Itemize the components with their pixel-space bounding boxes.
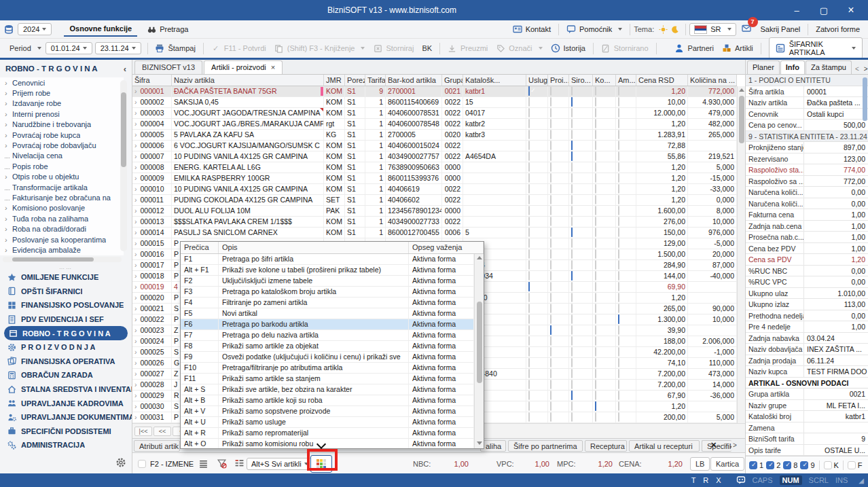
cell-grupa[interactable]: 0021	[442, 86, 463, 96]
checkbox-siro[interactable]	[571, 184, 573, 194]
cell-cena[interactable]: 1,20	[636, 184, 688, 194]
expand-chevron-icon[interactable]: ›	[5, 246, 12, 254]
checkbox-siro[interactable]	[571, 401, 573, 411]
maximize-button[interactable]: ▢	[811, 2, 837, 18]
cell-siro[interactable]	[569, 304, 593, 314]
cell-ko[interactable]	[593, 141, 616, 151]
cell-tarifa[interactable]: 1	[365, 97, 386, 107]
popup-column-precica[interactable]: Prečica	[181, 242, 219, 253]
potvrdi-button[interactable]: ✓F11 - Potvrdi	[207, 41, 270, 55]
cell-kolicina[interactable]: -15,000	[688, 173, 737, 183]
cell-cena[interactable]: 69,90	[636, 282, 688, 292]
list-settings-icon[interactable]	[234, 453, 245, 474]
cell-sifra[interactable]: ›000028	[132, 380, 172, 390]
cell-cena[interactable]: 1.283,91	[636, 130, 688, 140]
info-row[interactable]: Prosečna nab.c...1,00	[746, 232, 868, 243]
checkbox-2[interactable]	[766, 461, 774, 469]
cell-usluga[interactable]	[526, 173, 548, 183]
cell-kolicina[interactable]: -33,000	[688, 184, 737, 194]
cell-naziv[interactable]: 10 PUDING VANILA 4X125 GR CAMPINA	[172, 184, 324, 194]
shortcut-row[interactable]: F6Pretraga po barkodu artiklaAktivna for…	[181, 319, 474, 330]
cell-am[interactable]	[616, 282, 636, 292]
preuzmi-button[interactable]: Preuzmi	[444, 41, 492, 55]
checkbox-usluga[interactable]	[528, 141, 530, 150]
cell-sifra[interactable]: ›000005	[132, 130, 172, 140]
cell-am[interactable]	[616, 380, 636, 390]
checkbox-am[interactable]	[618, 336, 619, 346]
checkbox-usluga[interactable]	[528, 130, 530, 139]
cell-usluga[interactable]	[526, 86, 548, 96]
checkbox-am[interactable]	[618, 141, 619, 150]
cell-barkod[interactable]: 2700001	[386, 86, 442, 96]
cell-sifra[interactable]: ›000013	[132, 217, 172, 227]
row-expand-icon[interactable]: ›	[134, 272, 137, 280]
cell-ko[interactable]	[593, 358, 616, 368]
close-button[interactable]: ×	[838, 2, 864, 18]
expand-chevron-icon[interactable]: ›	[5, 225, 12, 233]
shortcut-row[interactable]: F1Pretraga po šifri artiklaAktivna forma	[181, 254, 474, 265]
row-expand-icon[interactable]: ›	[134, 369, 137, 378]
cell-kolicina[interactable]: -36,000	[688, 391, 737, 401]
cell-ko[interactable]	[593, 97, 616, 107]
tree-scrollbar-vertical[interactable]	[120, 80, 127, 251]
row-expand-icon[interactable]: ›	[134, 402, 137, 410]
cell-siro[interactable]	[569, 347, 593, 357]
cell-usluga[interactable]	[526, 238, 548, 249]
f2-izmene-toggle[interactable]: F2 - IZMENE	[138, 453, 194, 474]
cell-porez[interactable]: S1	[345, 108, 365, 118]
cell-cena[interactable]: 1.600,00	[636, 206, 688, 216]
cell-porez[interactable]: S1	[345, 162, 365, 173]
checkbox-siro[interactable]	[571, 391, 573, 400]
cell-cena[interactable]: 1.300,00	[636, 314, 688, 325]
cell-proi[interactable]	[548, 282, 569, 292]
cell-tarifa[interactable]: 1	[365, 162, 386, 173]
sidebar-item-cenovnici[interactable]: ›Cenovnici	[0, 77, 124, 88]
checkbox-am[interactable]	[618, 412, 619, 422]
nav-prev-page-button[interactable]: <<	[153, 427, 171, 436]
cell-kolicina[interactable]: 976,000	[688, 228, 737, 238]
cell-am[interactable]	[616, 228, 636, 238]
cell-usluga[interactable]	[526, 282, 548, 292]
expand-chevron-icon[interactable]: ›	[5, 236, 12, 244]
cell-am[interactable]	[616, 195, 636, 205]
cell-am[interactable]	[616, 358, 636, 368]
cell-am[interactable]	[616, 108, 636, 118]
checkbox-siro[interactable]	[571, 238, 573, 248]
checkbox-usluga[interactable]	[528, 260, 530, 270]
cell-cena[interactable]: 1.500,00	[636, 249, 688, 259]
cell-am[interactable]	[616, 325, 636, 336]
checkbox-usluga[interactable]	[528, 184, 530, 194]
cell-proi[interactable]	[548, 271, 569, 281]
sidebar-section-robno-t-r-g-o-v-i-n-a[interactable]: ROBNO - T R G O V I N A	[4, 326, 128, 340]
cell-jmr[interactable]: KOM	[324, 141, 345, 151]
cell-kolicina[interactable]: 110,000	[688, 358, 737, 368]
checkbox-proi[interactable]	[550, 380, 551, 389]
checkbox-ko[interactable]	[595, 108, 596, 118]
minimize-button[interactable]: –	[784, 2, 810, 18]
cell-ko[interactable]	[593, 217, 616, 227]
cell-porez[interactable]: S1	[345, 141, 365, 151]
cell-siro[interactable]	[569, 217, 593, 227]
cell-usluga[interactable]	[526, 391, 548, 401]
column-header-ifra[interactable]: Šifra	[132, 75, 172, 86]
checkbox-usluga[interactable]	[528, 249, 530, 259]
cell-grupa[interactable]: 0022	[442, 97, 463, 107]
checkbox-proi[interactable]	[550, 249, 551, 259]
table-row[interactable]: ›000001ĐAČKA PAŠTETA BANAT 75GRKOMS19270…	[132, 86, 737, 97]
cell-kolicina[interactable]: -5,000	[688, 238, 737, 249]
cell-usluga[interactable]	[526, 412, 548, 422]
cell-am[interactable]	[616, 391, 636, 401]
cell-usluga[interactable]	[526, 369, 548, 379]
cell-usluga[interactable]	[526, 380, 548, 390]
cell-kolicina[interactable]: 265,000	[688, 130, 737, 140]
cell-usluga[interactable]	[526, 130, 548, 140]
sidebar-section-finansijska-operativa[interactable]: FINANSIJSKA OPERATIVA	[0, 355, 132, 369]
checkbox-siro[interactable]	[571, 412, 573, 422]
cell-sifra[interactable]: ›000018	[132, 271, 172, 281]
checkbox-usluga[interactable]	[528, 238, 530, 248]
cell-cena[interactable]: 10,00	[636, 97, 688, 107]
cell-siro[interactable]	[569, 401, 593, 412]
oznaci-button[interactable]: Označi	[492, 41, 546, 55]
checkbox-ko[interactable]	[595, 238, 596, 248]
cell-tarifa[interactable]: 1	[365, 184, 386, 194]
